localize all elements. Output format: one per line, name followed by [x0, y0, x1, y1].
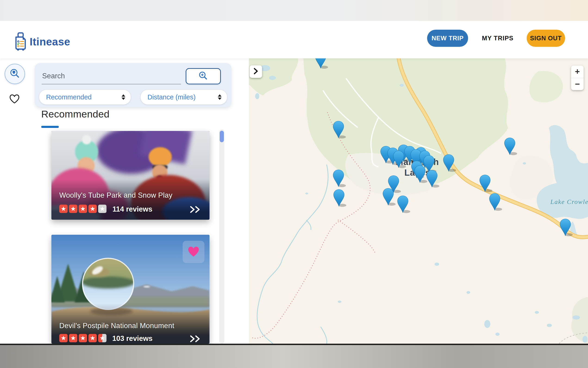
select-arrows-icon — [122, 94, 125, 100]
search-pin-icon — [9, 68, 20, 80]
zoom-search-icon — [198, 71, 208, 82]
sort-select[interactable]: Recommended — [39, 90, 131, 105]
zoom-in-button[interactable]: + — [571, 65, 584, 78]
open-details-chevrons[interactable] — [188, 206, 203, 214]
star-icon: ★ — [88, 205, 97, 213]
zoom-out-button[interactable]: − — [571, 78, 584, 90]
search-places-toggle[interactable] — [5, 64, 25, 84]
sign-out-button[interactable]: SIGN OUT — [527, 30, 565, 47]
heart-filled-icon — [187, 245, 200, 258]
desktop-top-band — [0, 0, 588, 21]
star-icon: ★ — [59, 334, 68, 342]
new-trip-button[interactable]: NEW TRIP — [427, 30, 468, 47]
list-scrollbar-track[interactable] — [219, 129, 224, 344]
review-count: 103 reviews — [105, 334, 160, 343]
card-title: Woolly's Tube Park and Snow Play — [59, 191, 173, 200]
map-terrain: Mammoth Lakes Lake Crowley — [249, 58, 588, 344]
city-label-line2: Lakes — [404, 168, 430, 177]
map-zoom-control: + − — [571, 65, 584, 90]
my-trips-button[interactable]: MY TRIPS — [479, 30, 516, 47]
star-icon: ★ — [79, 205, 87, 213]
star-icon: ★ — [69, 205, 77, 213]
star-rating: ★★★★★ — [59, 334, 108, 342]
star-icon: ★ — [88, 334, 97, 342]
favorites-heart-icon[interactable] — [9, 93, 20, 104]
search-panel: Recommended Distance (miles) — [35, 63, 231, 107]
app-header: Itinease NEW TRIP MY TRIPS SIGN OUT — [0, 21, 588, 58]
search-submit-button[interactable] — [186, 68, 221, 84]
star-icon: ★ — [79, 334, 87, 342]
brand-name: Itinease — [30, 36, 70, 48]
star-icon: ★ — [69, 334, 77, 342]
lake-label: Lake Crowley — [550, 198, 588, 205]
sort-select-value: Recommended — [46, 93, 92, 101]
desktop-bottom-band — [0, 344, 588, 368]
select-arrows-icon — [218, 94, 221, 100]
section-title: Recommended — [41, 109, 109, 120]
suitcase-logo-icon — [13, 31, 28, 52]
city-label-line1: Mammoth — [396, 157, 439, 167]
expand-panel-button[interactable] — [250, 65, 262, 78]
star-icon: ★ — [59, 205, 68, 213]
chevron-right-icon — [253, 68, 259, 75]
map-canvas[interactable]: Mammoth Lakes Lake Crowley + − — [249, 58, 588, 344]
review-count: 114 reviews — [105, 205, 160, 213]
list-scrollbar-thumb[interactable] — [220, 131, 224, 142]
star-rating: ★★★★★ — [59, 205, 108, 213]
section-title-underline — [41, 126, 59, 128]
distance-select-value: Distance (miles) — [148, 93, 196, 101]
favorite-toggle[interactable] — [183, 241, 204, 263]
open-details-chevrons[interactable] — [188, 335, 203, 344]
distance-select[interactable]: Distance (miles) — [140, 90, 227, 105]
result-card-devils-postpile[interactable]: Devil's Postpile National Monument ★★★★★… — [51, 235, 210, 344]
brand-logo[interactable]: Itinease — [13, 31, 70, 52]
search-input[interactable] — [42, 68, 181, 84]
card-title: Devil's Postpile National Monument — [59, 322, 174, 330]
result-card-woollys[interactable]: Woolly's Tube Park and Snow Play ★★★★★ 1… — [51, 131, 210, 220]
